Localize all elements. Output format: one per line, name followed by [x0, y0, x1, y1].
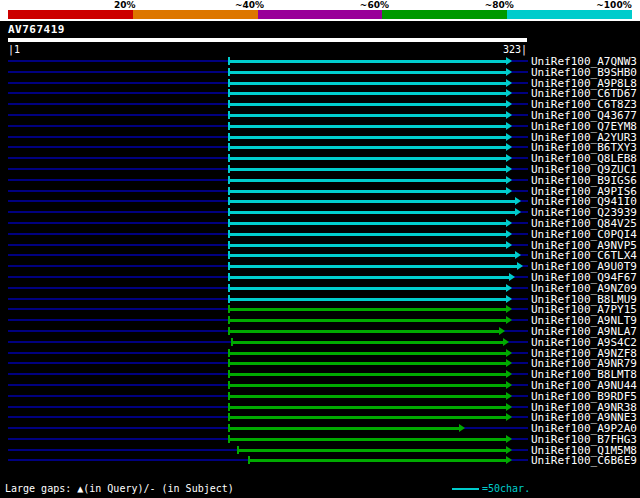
alignment-bar[interactable] — [228, 416, 506, 419]
identity-color-scale: 20%~40%~60%~80%~100% — [0, 0, 640, 21]
bar-start-tick — [228, 197, 230, 205]
bar-arrowhead-icon — [506, 57, 512, 65]
bar-arrowhead-icon — [506, 349, 512, 357]
alignment-bar[interactable] — [228, 352, 506, 355]
alignment-bar[interactable] — [228, 287, 506, 290]
alignment-bar[interactable] — [228, 200, 516, 203]
bar-arrowhead-icon — [506, 100, 512, 108]
bar-start-tick — [228, 79, 230, 87]
bar-arrowhead-icon — [506, 187, 512, 195]
hit-row: UniRef100_C6B6E9 — [0, 455, 640, 466]
alignment-bar[interactable] — [228, 71, 506, 74]
alignment-bar[interactable] — [228, 265, 517, 268]
bar-arrowhead-icon — [506, 403, 512, 411]
hit-label[interactable]: UniRef100_C6B6E9 — [531, 455, 637, 466]
gaps-legend-text: Large gaps: ▲(in Query)/- (in Subject) — [5, 483, 234, 494]
bar-arrowhead-icon — [515, 197, 521, 205]
alignment-bar[interactable] — [228, 146, 506, 149]
identity-scale-segment — [258, 10, 383, 19]
alignment-bar[interactable] — [228, 308, 506, 311]
bar-arrowhead-icon — [506, 176, 512, 184]
identity-scale-label: 20% — [114, 0, 136, 10]
alignment-bar[interactable] — [228, 211, 516, 214]
bar-arrowhead-icon — [506, 381, 512, 389]
hit-row: UniRef100_B9IGS6 — [0, 175, 640, 186]
bar-start-tick — [228, 219, 230, 227]
alignment-bar[interactable] — [228, 103, 506, 106]
hit-row: UniRef100_B9RDF5 — [0, 391, 640, 402]
bar-arrowhead-icon — [515, 208, 521, 216]
bar-start-tick — [228, 187, 230, 195]
alignment-bar[interactable] — [228, 330, 500, 333]
bar-arrowhead-icon — [506, 165, 512, 173]
footer-legend: Large gaps: ▲(in Query)/- (in Subject) =… — [0, 479, 640, 498]
alignment-bar[interactable] — [228, 384, 506, 387]
ruler-end-label: 323| — [503, 44, 527, 55]
alignment-bar[interactable] — [228, 319, 506, 322]
bar-start-tick — [228, 57, 230, 65]
alignment-bar[interactable] — [228, 244, 506, 247]
scale-line-icon — [452, 488, 479, 490]
alignment-bar[interactable] — [248, 459, 506, 462]
bar-arrowhead-icon — [506, 68, 512, 76]
alignment-bar[interactable] — [228, 438, 506, 441]
alignment-bar[interactable] — [228, 168, 506, 171]
bar-start-tick — [228, 381, 230, 389]
alignment-bar[interactable] — [228, 373, 506, 376]
bar-start-tick — [228, 111, 230, 119]
alignment-bar[interactable] — [228, 190, 506, 193]
identity-scale-label: ~60% — [360, 0, 389, 10]
bar-arrowhead-icon — [517, 262, 523, 270]
bar-arrowhead-icon — [506, 230, 512, 238]
bar-arrowhead-icon — [503, 338, 509, 346]
alignment-bar[interactable] — [228, 406, 506, 409]
alignment-bar[interactable] — [228, 395, 506, 398]
alignment-bar[interactable] — [231, 341, 503, 344]
bar-arrowhead-icon — [506, 413, 512, 421]
alignment-bar[interactable] — [228, 136, 506, 139]
bar-arrowhead-icon — [515, 251, 521, 259]
alignment-bar[interactable] — [228, 276, 509, 279]
alignment-bar[interactable] — [228, 125, 506, 128]
alignment-bar[interactable] — [228, 157, 506, 160]
bar-start-tick — [228, 403, 230, 411]
bar-start-tick — [228, 154, 230, 162]
bar-arrowhead-icon — [506, 316, 512, 324]
alignment-bar[interactable] — [237, 449, 506, 452]
bar-start-tick — [228, 327, 230, 335]
bar-arrowhead-icon — [506, 89, 512, 97]
alignment-bar[interactable] — [228, 82, 506, 85]
hit-rows: UniRef100_A7QNW3UniRef100_B9SHB0UniRef10… — [0, 56, 640, 466]
bar-arrowhead-icon — [506, 154, 512, 162]
bar-arrowhead-icon — [459, 424, 465, 432]
bar-arrowhead-icon — [506, 359, 512, 367]
alignment-bar[interactable] — [228, 362, 506, 365]
alignment-bar[interactable] — [228, 179, 506, 182]
bar-start-tick — [228, 133, 230, 141]
bar-arrowhead-icon — [499, 327, 505, 335]
alignment-bar[interactable] — [228, 222, 506, 225]
scale-legend-text: =50char. — [482, 483, 530, 494]
identity-scale-label: ~80% — [485, 0, 514, 10]
hit-row: UniRef100_C0PQI4 — [0, 229, 640, 240]
alignment-bar[interactable] — [228, 114, 506, 117]
alignment-bar[interactable] — [228, 60, 506, 63]
alignment-bar[interactable] — [228, 254, 516, 257]
bar-start-tick — [248, 456, 250, 464]
query-bar — [8, 38, 527, 42]
identity-scale-segment — [8, 10, 133, 19]
identity-scale-segment — [382, 10, 507, 19]
alignment-bar[interactable] — [228, 298, 506, 301]
alignment-bar[interactable] — [228, 233, 506, 236]
bar-start-tick — [228, 241, 230, 249]
alignment-bar[interactable] — [228, 92, 506, 95]
bar-arrowhead-icon — [506, 219, 512, 227]
bar-arrowhead-icon — [506, 446, 512, 454]
hit-row: UniRef100_A9NZ09 — [0, 283, 640, 294]
ruler-start-label: |1 — [8, 44, 20, 55]
bar-arrowhead-icon — [506, 241, 512, 249]
bar-start-tick — [228, 370, 230, 378]
alignment-bar[interactable] — [228, 427, 460, 430]
blast-overview-screen: 20%~40%~60%~80%~100% AV767419 |1 323| Un… — [0, 0, 640, 498]
bar-start-tick — [228, 273, 230, 281]
